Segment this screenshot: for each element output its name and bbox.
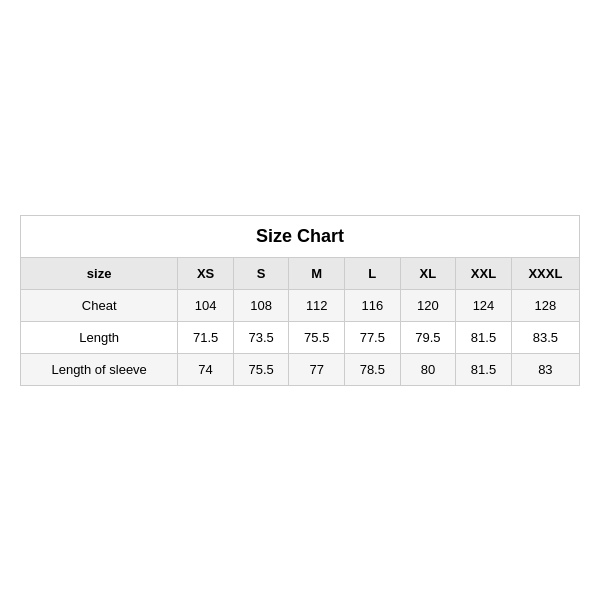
size-chart-table: Size Chart size XS S M L XL XXL XXXL Che…	[20, 215, 580, 386]
table-cell: 77	[289, 353, 345, 385]
table-cell: 128	[511, 289, 579, 321]
table-cell: 80	[400, 353, 456, 385]
table-cell: 77.5	[345, 321, 401, 353]
table-cell: 81.5	[456, 321, 512, 353]
size-chart-container: Size Chart size XS S M L XL XXL XXXL Che…	[20, 215, 580, 386]
table-body: Cheat104108112116120124128Length71.573.5…	[21, 289, 580, 385]
col-header-m: M	[289, 257, 345, 289]
table-row: Length71.573.575.577.579.581.583.5	[21, 321, 580, 353]
table-cell: 124	[456, 289, 512, 321]
table-cell: 83.5	[511, 321, 579, 353]
title-row: Size Chart	[21, 215, 580, 257]
table-cell: 116	[345, 289, 401, 321]
col-header-xxxl: XXXL	[511, 257, 579, 289]
table-cell: 74	[178, 353, 234, 385]
col-header-s: S	[233, 257, 289, 289]
col-header-xs: XS	[178, 257, 234, 289]
table-row: Length of sleeve7475.57778.58081.583	[21, 353, 580, 385]
table-cell: 108	[233, 289, 289, 321]
table-cell: 112	[289, 289, 345, 321]
col-header-size: size	[21, 257, 178, 289]
col-header-xl: XL	[400, 257, 456, 289]
row-label: Cheat	[21, 289, 178, 321]
table-title: Size Chart	[21, 215, 580, 257]
table-cell: 120	[400, 289, 456, 321]
col-header-xxl: XXL	[456, 257, 512, 289]
table-cell: 75.5	[289, 321, 345, 353]
table-cell: 79.5	[400, 321, 456, 353]
table-cell: 81.5	[456, 353, 512, 385]
table-cell: 83	[511, 353, 579, 385]
row-label: Length of sleeve	[21, 353, 178, 385]
table-cell: 78.5	[345, 353, 401, 385]
header-row: size XS S M L XL XXL XXXL	[21, 257, 580, 289]
col-header-l: L	[345, 257, 401, 289]
table-row: Cheat104108112116120124128	[21, 289, 580, 321]
table-cell: 73.5	[233, 321, 289, 353]
table-cell: 75.5	[233, 353, 289, 385]
row-label: Length	[21, 321, 178, 353]
table-cell: 71.5	[178, 321, 234, 353]
table-cell: 104	[178, 289, 234, 321]
